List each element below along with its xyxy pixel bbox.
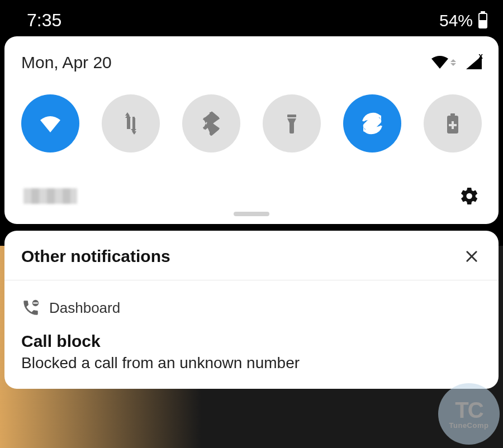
wifi-status-icon: [430, 55, 449, 70]
quick-settings-panel[interactable]: Mon, Apr 20 x: [4, 36, 499, 224]
watermark-initials: TC: [455, 399, 482, 421]
watermark-logo: TC TuneComp: [438, 383, 500, 445]
notification-header: Other notifications: [4, 231, 499, 280]
dismiss-button[interactable]: [462, 246, 482, 266]
close-icon: [464, 249, 480, 264]
notification-card[interactable]: Other notifications Dashboard Call block…: [4, 231, 499, 389]
cellular-signal-icon: x: [466, 56, 482, 69]
watermark-label: TuneComp: [449, 421, 489, 430]
notification-app-row: Dashboard: [21, 298, 482, 317]
panel-drag-handle[interactable]: [234, 212, 269, 216]
settings-button[interactable]: [459, 186, 480, 206]
auto-rotate-icon: [359, 110, 386, 137]
wifi-icon: [37, 110, 64, 137]
no-signal-x: x: [478, 51, 483, 60]
battery-icon: [478, 13, 487, 28]
svg-rect-11: [33, 302, 38, 303]
qs-date: Mon, Apr 20: [21, 53, 112, 72]
phone-blocked-icon: [21, 298, 40, 317]
svg-rect-7: [450, 113, 455, 116]
battery-saver-tile[interactable]: [424, 94, 482, 152]
battery-saver-icon: [439, 110, 466, 137]
notification-body[interactable]: Dashboard Call block Blocked a call from…: [4, 280, 499, 389]
qs-tiles-row: [21, 94, 482, 152]
qs-status-icons: x: [430, 55, 482, 70]
notification-section-title: Other notifications: [21, 247, 170, 266]
qs-footer: [21, 186, 482, 208]
auto-rotate-tile[interactable]: [343, 94, 401, 152]
wifi-network-name-redacted: [23, 188, 77, 204]
bluetooth-tile[interactable]: [182, 94, 240, 152]
notification-app-name: Dashboard: [49, 299, 120, 317]
battery-percent: 54%: [439, 11, 473, 30]
svg-rect-9: [449, 124, 457, 126]
notification-title: Call block: [21, 332, 482, 351]
flashlight-icon: [278, 110, 305, 137]
data-arrows-icon: [450, 59, 456, 66]
gear-icon: [459, 186, 480, 206]
status-time: 7:35: [27, 10, 61, 31]
qs-header: Mon, Apr 20 x: [21, 53, 482, 72]
mobile-data-tile[interactable]: [102, 94, 160, 152]
wifi-tile[interactable]: [21, 94, 79, 152]
flashlight-tile[interactable]: [263, 94, 321, 152]
mobile-data-icon: [117, 110, 144, 137]
status-right: 54%: [439, 11, 487, 30]
svg-rect-2: [287, 115, 296, 117]
status-bar: 7:35 54%: [0, 0, 503, 36]
notification-text: Blocked a call from an unknown number: [21, 354, 482, 372]
bluetooth-icon: [198, 110, 225, 137]
